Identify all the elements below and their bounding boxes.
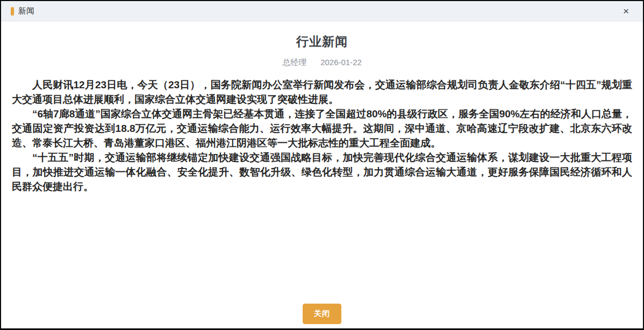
article-paragraph: 人民财讯12月23日电，今天（23日），国务院新闻办公室举行新闻发布会，交通运输… (12, 78, 632, 107)
close-button[interactable]: 关闭 (303, 304, 341, 324)
dialog-footer: 关闭 (1, 304, 643, 328)
close-icon[interactable]: × (620, 5, 632, 17)
article-title: 行业新闻 (12, 33, 632, 50)
article-meta: 总经理2026-01-22 (12, 58, 632, 68)
article-date: 2026-01-22 (320, 58, 362, 67)
article-content: 行业新闻 总经理2026-01-22 人民财讯12月23日电，今天（23日），国… (1, 22, 643, 304)
accent-bar-icon (11, 7, 14, 16)
dialog-header: 新闻 × (1, 1, 643, 22)
article-body: 人民财讯12月23日电，今天（23日），国务院新闻办公室举行新闻发布会，交通运输… (12, 78, 632, 194)
article-author: 总经理 (282, 58, 306, 67)
dialog-title: 新闻 (18, 6, 620, 16)
article-paragraph: “6轴7廊8通道”国家综合立体交通网主骨架已经基本贯通，连接了全国超过80%的县… (12, 107, 632, 150)
news-dialog: 新闻 × 行业新闻 总经理2026-01-22 人民财讯12月23日电，今天（2… (0, 0, 644, 330)
article-paragraph: “十五五”时期，交通运输部将继续锚定加快建设交通强国战略目标，加快完善现代化综合… (12, 150, 632, 194)
